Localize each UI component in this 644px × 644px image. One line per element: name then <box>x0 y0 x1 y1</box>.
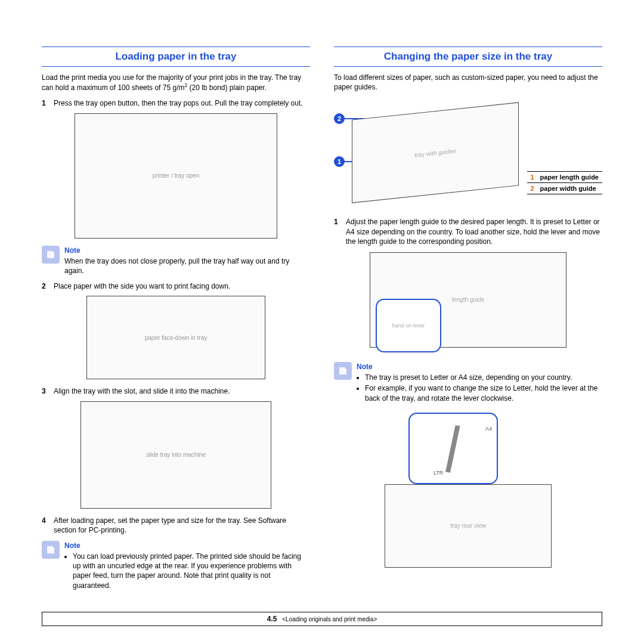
lever-a4-label: A4 <box>485 426 492 432</box>
rstep1-text: Adjust the paper length guide to the des… <box>346 217 602 246</box>
figure-paper-load: paper face-down in tray <box>42 296 310 379</box>
figure-printer-open: printer / tray open <box>42 113 310 239</box>
intro-post: (20 lb bond) plain paper. <box>187 83 267 92</box>
step-number-1: 1 <box>42 98 54 108</box>
note1-label: Note <box>64 246 310 255</box>
left-note-1: Note When the tray does not close proper… <box>42 246 310 276</box>
right-intro: To load different sizes of paper, such a… <box>334 73 602 92</box>
lever-inset: A4 LTR <box>408 413 498 484</box>
right-section-title: Changing the paper size in the tray <box>334 47 602 67</box>
legend1-label: paper length guide <box>540 174 599 181</box>
chapter-name: <Loading originals and print media> <box>282 616 377 623</box>
note-icon <box>42 246 60 264</box>
lever-arm-icon <box>445 425 460 473</box>
step-number-2: 2 <box>42 281 54 291</box>
legend2-label: paper width guide <box>540 185 596 192</box>
step4-text: After loading paper, set the paper type … <box>54 516 310 535</box>
adjust-inset: hand on lever <box>376 299 441 352</box>
note-icon <box>42 541 60 559</box>
legend1-num: 1 <box>531 174 540 181</box>
note-icon <box>334 362 352 380</box>
right-step-1: 1 Adjust the paper length guide to the d… <box>334 217 602 246</box>
figure-adjust-guide: length guide hand on lever <box>370 252 566 348</box>
step-number-4: 4 <box>42 516 54 535</box>
paper-load-illustration: paper face-down in tray <box>86 296 265 379</box>
callout-dot-1: 1 <box>334 156 345 167</box>
right-note: Note The tray is preset to Letter or A4 … <box>334 362 602 404</box>
lever-ltr-label: LTR <box>434 470 443 476</box>
page-number: 4.5 <box>267 615 277 623</box>
left-intro: Load the print media you use for the maj… <box>42 73 310 92</box>
note1-text: When the tray does not close properly, p… <box>64 256 310 275</box>
legend-table: 1 paper length guide 2 paper width guide <box>527 171 602 194</box>
figure-printer-align: slide tray into machine <box>42 401 310 509</box>
left-step-3: 3 Align the tray with the slot, and slid… <box>42 386 310 396</box>
left-section-title: Loading paper in the tray <box>42 47 310 67</box>
rnote-b1: The tray is preset to Letter or A4 size,… <box>365 373 602 382</box>
left-step-4: 4 After loading paper, set the paper typ… <box>42 516 310 535</box>
printer-open-illustration: printer / tray open <box>75 113 277 239</box>
figure-callout-tray: 2 1 tray with guides 1 paper length guid… <box>334 99 602 206</box>
figure-lever: A4 LTR tray rear view <box>379 413 558 568</box>
note2-bullet: You can load previously printed paper. T… <box>73 552 310 590</box>
step-number-3: 3 <box>42 386 54 396</box>
rnote-b2: For example, if you want to change the s… <box>365 383 602 402</box>
rstep-number-1: 1 <box>334 217 346 246</box>
tray-illustration: tray with guides <box>352 103 519 203</box>
callout-dot-2: 2 <box>334 113 345 124</box>
rnote-label: Note <box>357 362 602 371</box>
step2-text: Place paper with the side you want to pr… <box>54 281 310 291</box>
left-step-1: 1 Press the tray open button, then the t… <box>42 98 310 108</box>
left-step-2: 2 Place paper with the side you want to … <box>42 281 310 291</box>
step1-text: Press the tray open button, then the tra… <box>54 98 310 108</box>
step3-text: Align the tray with the slot, and slide … <box>54 386 310 396</box>
lever-tray-illustration: tray rear view <box>385 484 552 568</box>
left-note-2: Note You can load previously printed pap… <box>42 541 310 592</box>
page-footer: 4.5 <Loading originals and print media> <box>42 612 602 626</box>
note2-label: Note <box>64 541 310 550</box>
printer-align-illustration: slide tray into machine <box>80 401 271 509</box>
legend2-num: 2 <box>531 185 540 192</box>
